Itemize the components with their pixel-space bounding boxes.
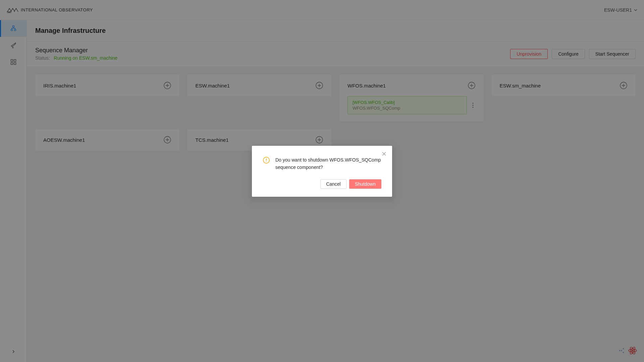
shutdown-button[interactable]: Shutdown bbox=[349, 179, 381, 189]
warning-icon bbox=[263, 157, 270, 164]
modal-overlay[interactable]: Do you want to shutdown WFOS.WFOS_SQComp… bbox=[0, 0, 644, 362]
confirm-modal: Do you want to shutdown WFOS.WFOS_SQComp… bbox=[252, 146, 392, 197]
modal-message: Do you want to shutdown WFOS.WFOS_SQComp… bbox=[275, 157, 381, 171]
close-icon[interactable] bbox=[381, 151, 387, 157]
cancel-button[interactable]: Cancel bbox=[320, 179, 346, 189]
svg-point-27 bbox=[266, 161, 267, 162]
